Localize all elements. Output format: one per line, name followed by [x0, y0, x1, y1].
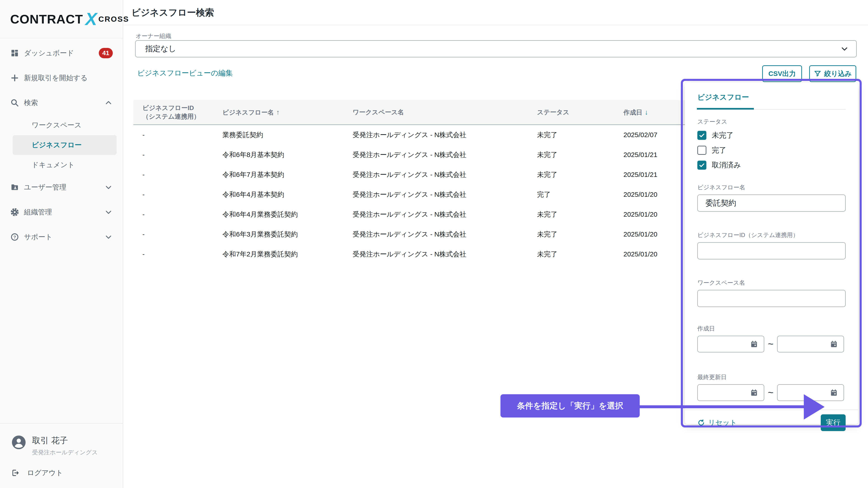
col-workspace-name[interactable]: ワークスペース名 [352, 108, 537, 117]
sort-desc-icon: ↓ [645, 108, 648, 116]
reset-button[interactable]: リセット [698, 418, 737, 427]
checkbox-checked-icon[interactable] [698, 131, 706, 140]
cell-name: 令和6年4月基本契約 [222, 190, 352, 199]
col-business-flow-id[interactable]: ビジネスフローID （システム連携用） [133, 104, 222, 121]
filter-button[interactable]: 絞り込み [809, 65, 856, 82]
tab-business-flow[interactable]: ビジネスフロー [698, 92, 749, 102]
chevron-down-icon [840, 44, 849, 53]
status-checkbox-group: 未完了完了取消済み [698, 128, 846, 173]
cell-workspace: 受発注ホールディングス - N株式会社 [352, 250, 537, 259]
workspace-filter-label: ワークスペース名 [698, 279, 846, 287]
cell-workspace: 受発注ホールディングス - N株式会社 [352, 210, 537, 219]
page-title: ビジネスフロー検索 [131, 6, 214, 19]
cell-status: 未完了 [537, 150, 623, 160]
calendar-icon[interactable] [750, 340, 758, 348]
chevron-up-icon [105, 99, 112, 107]
cell-id: - [133, 130, 222, 140]
tab-underline [697, 108, 846, 109]
cell-workspace: 受発注ホールディングス - N株式会社 [352, 190, 537, 199]
sidebar-item-search[interactable]: 検索 [0, 90, 123, 115]
calendar-icon[interactable] [750, 388, 758, 397]
created-date-to-input[interactable] [777, 336, 844, 352]
updated-date-from-input[interactable] [698, 384, 764, 401]
status-checkbox-row[interactable]: 完了 [698, 143, 846, 158]
sidebar-item-business-flow[interactable]: ビジネスフロー [13, 135, 117, 155]
sidebar-item-label: サポート [24, 232, 53, 242]
chevron-down-icon [105, 184, 112, 191]
annotation-text: 条件を指定し「実行」を選択 [517, 400, 623, 412]
calendar-icon[interactable] [830, 388, 838, 397]
sort-asc-icon: ↑ [276, 108, 280, 116]
sidebar-user-block: 取引 花子 受発注ホールディングス ログアウト [0, 423, 123, 488]
business-flow-id-input[interactable] [698, 242, 846, 259]
cell-name: 令和6年4月業務委託契約 [222, 210, 352, 219]
sidebar-item-support[interactable]: ? サポート [0, 225, 123, 250]
owner-org-select[interactable]: 指定なし [135, 40, 857, 57]
logo-area: CONTRACT X CROSS [0, 0, 123, 38]
sidebar-item-label: ダッシュボード [24, 48, 74, 58]
logout-button[interactable]: ログアウト [11, 468, 123, 478]
status-checkbox-row[interactable]: 取消済み [698, 158, 846, 173]
sidebar-item-label: 組織管理 [24, 207, 52, 217]
sidebar-item-label: 新規取引を開始する [24, 73, 88, 83]
checkbox-unchecked-icon[interactable] [698, 146, 706, 155]
cell-status: 未完了 [537, 230, 623, 239]
logo-x-mark: X [85, 10, 97, 28]
status-checkbox-row[interactable]: 未完了 [698, 128, 846, 143]
sidebar-item-dashboard[interactable]: ダッシュボード 41 [0, 41, 123, 66]
cell-name: 業務委託契約 [222, 130, 352, 140]
cell-status: 完了 [537, 190, 623, 199]
cell-id: - [133, 170, 222, 180]
refresh-icon [698, 419, 705, 427]
business-flow-name-input[interactable] [698, 195, 846, 212]
reset-label: リセット [708, 418, 737, 427]
annotation-arrow-line [639, 405, 811, 408]
cell-name: 令和6年3月業務委託契約 [222, 230, 352, 239]
logo-text-contract: CONTRACT [10, 12, 83, 26]
user-row: 取引 花子 受発注ホールディングス [11, 435, 123, 456]
edit-business-flow-view-link[interactable]: ビジネスフロービューの編集 [137, 68, 233, 78]
cell-id: - [133, 150, 222, 160]
owner-org-value: 指定なし [145, 43, 176, 54]
annotation-arrowhead [804, 394, 825, 420]
cell-name: 令和7年2月業務委託契約 [222, 250, 352, 259]
sidebar-menu: ダッシュボード 41 新規取引を開始する 検索 ワークスペース ビジネスフロー … [0, 38, 123, 250]
checkbox-checked-icon[interactable] [698, 161, 706, 170]
topbar: ビジネスフロー検索 [123, 0, 868, 25]
updated-date-filter-label: 最終更新日 [698, 373, 846, 381]
avatar [11, 435, 26, 450]
svg-text:?: ? [13, 235, 16, 239]
sidebar-item-document[interactable]: ドキュメント [0, 155, 123, 175]
cell-id: - [133, 210, 222, 219]
col-status[interactable]: ステータス [537, 108, 623, 117]
dashboard-badge: 41 [99, 48, 113, 58]
calendar-icon[interactable] [830, 340, 838, 348]
sidebar-item-label: 検索 [24, 98, 38, 107]
created-date-from-input[interactable] [698, 336, 764, 352]
cell-status: 未完了 [537, 250, 623, 259]
folder-user-icon [10, 183, 20, 192]
sidebar-item-new-deal[interactable]: 新規取引を開始する [0, 66, 123, 90]
question-circle-icon: ? [10, 233, 20, 241]
status-checkbox-label: 取消済み [712, 160, 741, 170]
cell-status: 未完了 [537, 210, 623, 219]
filter-panel: ビジネスフロー ステータス 未完了完了取消済み ビジネスフロー名 ビジネスフロー… [685, 83, 858, 424]
sidebar-item-workspace[interactable]: ワークスペース [0, 115, 123, 135]
user-org: 受発注ホールディングス [32, 449, 98, 456]
cell-status: 未完了 [537, 170, 623, 180]
col-business-flow-name[interactable]: ビジネスフロー名↑ [222, 108, 352, 117]
sidebar-item-org-mgmt[interactable]: 組織管理 [0, 200, 123, 225]
csv-export-button[interactable]: CSV出力 [762, 65, 802, 82]
cell-status: 未完了 [537, 130, 623, 140]
workspace-name-input[interactable] [698, 290, 846, 307]
plus-icon [10, 74, 20, 82]
created-date-filter-label: 作成日 [698, 325, 846, 332]
sidebar-item-label: ユーザー管理 [24, 183, 66, 192]
sidebar-item-label: ワークスペース [32, 121, 82, 130]
sidebar-item-label: ビジネスフロー [32, 140, 82, 150]
sidebar-item-user-mgmt[interactable]: ユーザー管理 [0, 175, 123, 200]
cell-workspace: 受発注ホールディングス - N株式会社 [352, 230, 537, 239]
status-checkbox-label: 未完了 [712, 130, 734, 140]
funnel-icon [814, 70, 822, 77]
cell-name: 令和6年8月基本契約 [222, 150, 352, 160]
